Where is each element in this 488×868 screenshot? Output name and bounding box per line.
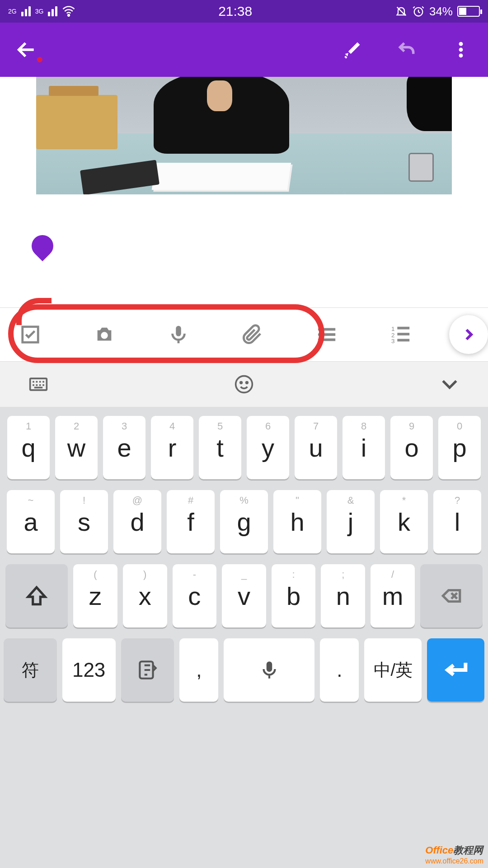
key-v[interactable]: _v <box>222 564 266 627</box>
key-cn-en-toggle[interactable]: 中/英 <box>364 638 422 702</box>
key-g[interactable]: %g <box>220 490 268 553</box>
numbered-list-button[interactable]: 123 <box>389 322 413 347</box>
key-numbers[interactable]: 123 <box>62 638 116 702</box>
key-period[interactable]: . <box>320 638 359 702</box>
undo-button[interactable] <box>393 36 420 63</box>
signal-1-icon <box>21 6 31 16</box>
key-row-2: ~a !s @d #f %g "h &j *k ?l <box>4 490 484 553</box>
key-q[interactable]: 1q <box>7 416 50 479</box>
key-n[interactable]: ;n <box>321 564 365 627</box>
key-e[interactable]: 3e <box>103 416 145 479</box>
key-comma[interactable]: , <box>179 638 218 702</box>
emoji-button[interactable] <box>233 373 255 396</box>
svg-rect-20 <box>397 339 409 342</box>
svg-point-10 <box>318 333 322 336</box>
svg-rect-13 <box>323 333 335 336</box>
collapse-keyboard-button[interactable] <box>438 373 461 396</box>
key-row-4: 符 123 , . 中/英 <box>4 638 484 702</box>
svg-point-3 <box>459 42 463 46</box>
svg-rect-37 <box>267 661 272 672</box>
key-c[interactable]: -c <box>173 564 217 627</box>
wifi-icon <box>62 5 75 18</box>
key-x[interactable]: )x <box>123 564 167 627</box>
svg-rect-19 <box>397 333 409 335</box>
ime-control-row <box>0 362 488 407</box>
key-shift[interactable] <box>5 564 68 627</box>
key-d[interactable]: @d <box>113 490 161 553</box>
svg-point-9 <box>318 328 322 331</box>
svg-rect-14 <box>323 339 335 341</box>
key-space[interactable] <box>224 638 314 702</box>
key-w[interactable]: 2w <box>55 416 98 479</box>
key-z[interactable]: (z <box>73 564 117 627</box>
key-i[interactable]: 8i <box>343 416 385 479</box>
key-backspace[interactable] <box>420 564 483 627</box>
checkbox-button[interactable] <box>18 322 42 347</box>
svg-point-11 <box>318 338 322 342</box>
svg-rect-18 <box>397 327 409 330</box>
dnd-icon <box>395 5 408 18</box>
key-k[interactable]: *k <box>380 490 428 553</box>
alarm-icon <box>412 5 425 18</box>
key-r[interactable]: 4r <box>151 416 193 479</box>
svg-point-0 <box>68 14 70 16</box>
svg-rect-12 <box>323 328 335 331</box>
keyboard-type-button[interactable] <box>27 373 50 396</box>
network-1: 2G <box>8 9 17 14</box>
status-time: 21:38 <box>218 4 252 19</box>
status-bar: 2G 3G 21:38 34% <box>0 0 488 23</box>
expand-toolbar-button[interactable] <box>449 315 488 354</box>
key-u[interactable]: 7u <box>295 416 337 479</box>
key-row-3: (z )x -c _v :b ;n /m <box>4 564 484 627</box>
svg-point-4 <box>459 48 463 52</box>
edit-pen-button[interactable] <box>339 36 366 63</box>
attachment-button[interactable] <box>240 322 265 347</box>
key-f[interactable]: #f <box>167 490 215 553</box>
network-2: 3G <box>35 9 44 14</box>
key-l[interactable]: ?l <box>433 490 481 553</box>
signal-2-icon <box>48 6 57 16</box>
key-m[interactable]: /m <box>371 564 415 627</box>
key-enter[interactable] <box>427 638 484 702</box>
status-right: 34% <box>395 5 480 19</box>
more-menu-button[interactable] <box>447 36 474 63</box>
key-row-1: 1q 2w 3e 4r 5t 6y 7u 8i 9o 0p <box>4 416 484 479</box>
microphone-button[interactable] <box>166 322 191 347</box>
key-symbols[interactable]: 符 <box>4 638 57 702</box>
key-t[interactable]: 5t <box>199 416 241 479</box>
camera-button[interactable] <box>92 322 117 347</box>
key-o[interactable]: 9o <box>390 416 433 479</box>
key-s[interactable]: !s <box>60 490 108 553</box>
editor-toolbar: 123 <box>0 307 488 362</box>
app-bar <box>0 23 488 77</box>
battery-icon <box>457 6 480 17</box>
note-content-area[interactable] <box>0 77 488 307</box>
key-h[interactable]: "h <box>273 490 321 553</box>
key-language[interactable] <box>121 638 174 702</box>
soft-keyboard: 1q 2w 3e 4r 5t 6y 7u 8i 9o 0p ~a !s @d #… <box>0 407 488 868</box>
key-b[interactable]: :b <box>272 564 316 627</box>
svg-point-33 <box>246 382 248 384</box>
svg-point-7 <box>101 332 108 339</box>
svg-point-32 <box>240 382 242 384</box>
key-p[interactable]: 0p <box>438 416 481 479</box>
svg-text:3: 3 <box>391 338 394 344</box>
inserted-photo[interactable] <box>36 77 452 194</box>
status-left: 2G 3G <box>8 5 75 18</box>
svg-point-5 <box>459 53 463 57</box>
cursor-handle[interactable] <box>27 231 58 261</box>
bullet-list-button[interactable] <box>314 322 339 347</box>
battery-percent: 34% <box>429 5 453 19</box>
svg-rect-8 <box>176 326 181 336</box>
key-a[interactable]: ~a <box>7 490 55 553</box>
watermark: Office教程网 www.office26.com <box>425 844 483 865</box>
key-j[interactable]: &j <box>327 490 375 553</box>
svg-point-31 <box>236 376 253 393</box>
key-y[interactable]: 6y <box>247 416 289 479</box>
back-button[interactable] <box>14 36 41 63</box>
